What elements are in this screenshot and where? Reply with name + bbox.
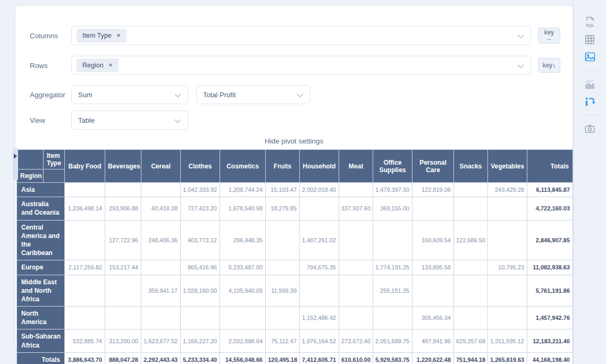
column-header: Cereal — [141, 150, 181, 183]
table-row: Sub-Saharan Africa532,885.74313,200.001,… — [17, 329, 573, 352]
value-cell: 1,678,540.98 — [220, 197, 266, 220]
value-cell — [339, 307, 373, 329]
value-cell — [339, 183, 373, 197]
column-header: Beverages — [105, 150, 141, 183]
view-select[interactable]: Table — [71, 111, 188, 130]
columns-chip-label: Item Type — [82, 32, 112, 39]
value-cell — [65, 307, 105, 329]
value-cell — [339, 220, 373, 260]
value-cell: 60,418.38 — [141, 197, 181, 220]
hide-pivot-settings-link[interactable]: Hide pivot settings — [15, 137, 573, 145]
chart-view-icon[interactable] — [583, 77, 597, 91]
value-cell — [488, 220, 527, 260]
chevron-down-icon — [517, 35, 524, 39]
column-total-cell: 7,412,605.71 — [300, 352, 339, 364]
value-cell: 2,002,018.40 — [300, 183, 339, 197]
value-cell — [105, 183, 141, 197]
column-header: Personal Care — [413, 150, 454, 183]
corner-filler — [44, 170, 65, 183]
grand-total-cell: 44,168,198.40 — [527, 352, 573, 364]
value-cell — [181, 307, 220, 329]
column-total-cell: 751,944.18 — [454, 352, 488, 364]
columns-row: Columns Item Type ✕ key → — [30, 26, 573, 45]
value-cell: 75,112.47 — [266, 329, 300, 352]
value-cell: 794,675.35 — [300, 260, 339, 275]
sql-view-icon[interactable]: SQL — [583, 15, 597, 29]
value-cell — [266, 307, 300, 329]
drawer-toggle[interactable] — [13, 148, 18, 180]
value-cell: 296,448.35 — [220, 220, 266, 260]
table-row: Europe2,117,259.82153,217.44865,416.965,… — [17, 260, 573, 275]
value-cell — [141, 183, 181, 197]
row-total-cell: 1,457,942.76 — [527, 307, 573, 329]
aggregator-select[interactable]: Sum — [71, 85, 188, 104]
value-cell: 727,423.20 — [181, 197, 220, 220]
column-total-cell: 888,047.28 — [105, 352, 141, 364]
camera-icon[interactable] — [583, 122, 597, 136]
columns-key-button[interactable]: key → — [538, 28, 560, 43]
row-total-cell: 12,183,211.40 — [527, 329, 573, 352]
value-cell: 337,937.60 — [339, 197, 373, 220]
totals-row: Totals3,886,643.70888,047.282,292,443.43… — [17, 352, 573, 364]
value-cell: 4,105,940.05 — [220, 275, 266, 307]
arrow-right-icon: → — [538, 36, 560, 42]
value-cell: 15,103.47 — [266, 183, 300, 197]
value-cell: 1,479,397.50 — [373, 183, 413, 197]
columns-chip[interactable]: Item Type ✕ — [77, 29, 127, 43]
value-cell — [454, 260, 488, 275]
remove-columns-chip-icon[interactable]: ✕ — [116, 33, 121, 38]
value-cell — [413, 197, 454, 220]
value-cell — [141, 260, 181, 275]
value-cell: 248,406.36 — [141, 220, 181, 260]
toolbar-divider — [579, 115, 601, 115]
image-view-icon[interactable] — [583, 50, 597, 64]
rows-field[interactable]: Region ✕ — [71, 56, 531, 75]
rows-key-button[interactable]: key↓ — [538, 58, 560, 73]
value-cell: 160,609.54 — [413, 220, 454, 260]
pivot-table: Item TypeBaby FoodBeveragesCerealClothes… — [16, 149, 573, 364]
column-total-cell: 1,220,622.48 — [413, 352, 454, 364]
column-total-cell: 610,610.00 — [339, 352, 373, 364]
value-cell — [220, 307, 266, 329]
column-header: Vegetables — [488, 150, 527, 183]
row-header: Sub-Saharan Africa — [17, 329, 65, 352]
value-cell: 255,151.25 — [373, 275, 413, 307]
value-cell — [454, 275, 488, 307]
value-cell: 497,841.96 — [413, 329, 454, 352]
value-cell — [373, 220, 413, 260]
aggregator-field-select[interactable]: Total Profit — [196, 85, 310, 104]
value-cell — [488, 275, 527, 307]
value-cell: 1,208,744.24 — [220, 183, 266, 197]
value-cell: 313,200.00 — [105, 329, 141, 352]
rows-chip[interactable]: Region ✕ — [77, 58, 119, 72]
table-view-icon[interactable] — [583, 32, 597, 46]
columns-field[interactable]: Item Type ✕ — [71, 26, 531, 45]
value-cell — [65, 183, 105, 197]
chevron-down-icon — [297, 94, 304, 98]
value-cell: 629,257.68 — [454, 329, 488, 352]
value-cell: 1,042,333.92 — [181, 183, 220, 197]
row-header: Central America and the Caribbean — [17, 220, 65, 260]
row-header: Europe — [17, 260, 65, 275]
arrow-down-icon: ↓ — [552, 62, 556, 69]
column-header: Meat — [339, 150, 373, 183]
aggregator-field-value: Total Profit — [203, 91, 235, 99]
value-cell: 11,999.39 — [266, 275, 300, 307]
column-total-cell: 120,495.18 — [266, 352, 300, 364]
column-header: Cosmetics — [220, 150, 266, 183]
value-cell: 403,773.12 — [181, 220, 220, 260]
value-cell — [266, 260, 300, 275]
value-cell: 359,941.17 — [141, 275, 181, 307]
row-total-cell: 5,761,191.86 — [527, 275, 573, 307]
pivot-view-icon[interactable] — [583, 95, 597, 108]
value-cell — [454, 183, 488, 197]
value-cell: 5,233,487.00 — [220, 260, 266, 275]
remove-rows-chip-icon[interactable]: ✕ — [108, 63, 113, 68]
svg-text:SQL: SQL — [585, 23, 594, 28]
columns-label: Columns — [30, 32, 71, 40]
chevron-down-icon — [174, 119, 181, 123]
chevron-right-icon — [14, 154, 17, 159]
value-cell — [488, 197, 527, 220]
value-cell: 243,429.28 — [488, 183, 527, 197]
column-header: Snacks — [454, 150, 488, 183]
